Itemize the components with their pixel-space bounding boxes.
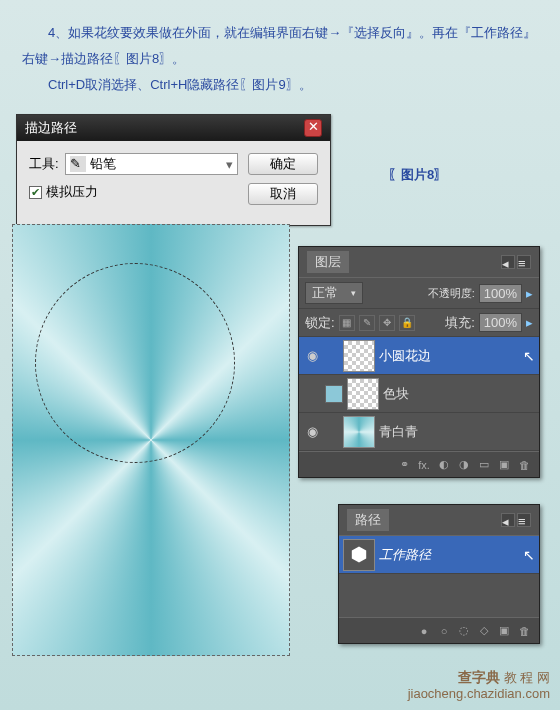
fill-label: 填充: [445,314,475,332]
tool-value: 铅笔 [90,155,116,173]
layers-tab-bar: 图层 ◂ ≡ [299,247,539,278]
cancel-button[interactable]: 取消 [248,183,318,205]
stroke-path-dialog: 描边路径 ✕ 工具: ✎ 铅笔 ✔ 模拟压力 确定 取消 [16,114,331,226]
instruction-line2: Ctrl+D取消选择、Ctrl+H隐藏路径〖图片9〗。 [22,72,538,98]
ok-button[interactable]: 确定 [248,153,318,175]
path-thumbnail[interactable] [343,539,375,571]
layers-panel: 图层 ◂ ≡ 正常 不透明度: 100% ▸ 锁定: ▦ ✎ ✥ 🔒 填充: 1… [298,246,540,478]
lock-position-icon[interactable]: ✥ [379,315,395,331]
watermark-url: jiaocheng.chazidian.com [408,686,550,701]
fx-icon[interactable]: fx. [415,456,433,474]
panel-menu-icon[interactable]: ≡ [517,513,531,527]
mask-icon[interactable]: ◐ [435,456,453,474]
layer-name-label: 色块 [383,385,535,403]
tool-select[interactable]: ✎ 铅笔 [65,153,238,175]
trash-icon[interactable]: 🗑 [515,456,533,474]
layer-row[interactable]: 色块 [299,375,539,413]
adjustment-icon[interactable]: ◑ [455,456,473,474]
paths-panel: 路径 ◂ ≡ 工作路径 ↖ ● ○ ◌ ◇ ▣ 🗑 [338,504,540,644]
watermark: 查字典 教 程 网 jiaocheng.chazidian.com [408,669,550,702]
watermark-brand: 查字典 [458,669,500,685]
watermark-sub: 教 程 网 [504,670,550,685]
layer-row[interactable]: ◉ 青白青 [299,413,539,451]
lock-pixels-icon[interactable]: ✎ [359,315,375,331]
dialog-body: 工具: ✎ 铅笔 ✔ 模拟压力 确定 取消 [17,141,330,225]
fill-path-icon[interactable]: ● [415,622,433,640]
layer-thumbnail[interactable] [347,378,379,410]
path-row[interactable]: 工作路径 ↖ [339,536,539,574]
opacity-label: 不透明度: [428,286,475,301]
dialog-title-text: 描边路径 [25,119,77,137]
lock-transparent-icon[interactable]: ▦ [339,315,355,331]
layer-row[interactable]: ◉ 小圆花边 ↖ [299,337,539,375]
path-name-label: 工作路径 [379,546,519,564]
new-path-icon[interactable]: ▣ [495,622,513,640]
layer-thumbnail[interactable] [343,340,375,372]
selection-to-path-icon[interactable]: ◇ [475,622,493,640]
opacity-input[interactable]: 100% [479,284,522,303]
path-to-selection-icon[interactable]: ◌ [455,622,473,640]
fill-arrow-icon[interactable]: ▸ [526,315,533,330]
visibility-icon[interactable]: ◉ [303,348,321,363]
opacity-arrow-icon[interactable]: ▸ [526,286,533,301]
layer-name-label: 小圆花边 [379,347,519,365]
paths-footer: ● ○ ◌ ◇ ▣ 🗑 [339,617,539,643]
canvas-area[interactable] [12,224,290,656]
circle-selection [35,263,235,463]
panel-menu-icon[interactable]: ≡ [517,255,531,269]
cursor-icon: ↖ [523,547,535,563]
paths-tab-bar: 路径 ◂ ≡ [339,505,539,536]
link-icon[interactable]: ⚭ [395,456,413,474]
cursor-icon: ↖ [523,348,535,364]
stroke-path-icon[interactable]: ○ [435,622,453,640]
layer-name-label: 青白青 [379,423,535,441]
layer-list: ◉ 小圆花边 ↖ 色块 ◉ 青白青 [299,337,539,451]
panel-collapse-icon[interactable]: ◂ [501,255,515,269]
blend-mode-select[interactable]: 正常 [305,282,363,304]
path-list: 工作路径 ↖ [339,536,539,574]
simulate-pressure-label: 模拟压力 [46,183,98,201]
layers-footer: ⚭ fx. ◐ ◑ ▭ ▣ 🗑 [299,451,539,477]
pencil-icon: ✎ [70,156,86,172]
new-layer-icon[interactable]: ▣ [495,456,513,474]
fill-input[interactable]: 100% [479,313,522,332]
paths-tab[interactable]: 路径 [347,509,389,531]
trash-icon[interactable]: 🗑 [515,622,533,640]
close-icon[interactable]: ✕ [304,119,322,137]
dialog-titlebar[interactable]: 描边路径 ✕ [17,115,330,141]
panel-collapse-icon[interactable]: ◂ [501,513,515,527]
lock-all-icon[interactable]: 🔒 [399,315,415,331]
visibility-icon[interactable]: ◉ [303,424,321,439]
layers-toolbar: 正常 不透明度: 100% ▸ [299,278,539,309]
group-icon[interactable]: ▭ [475,456,493,474]
figure8-label: 〖图片8〗 [388,166,447,184]
layer-color-swatch[interactable] [325,385,343,403]
instruction-text: 4、如果花纹要效果做在外面，就在编辑界面右键→『选择反向』。再在『工作路径』右键… [0,0,560,108]
tool-label: 工具: [29,155,59,173]
instruction-line1: 4、如果花纹要效果做在外面，就在编辑界面右键→『选择反向』。再在『工作路径』右键… [22,20,538,72]
layers-tab[interactable]: 图层 [307,251,349,273]
lock-toolbar: 锁定: ▦ ✎ ✥ 🔒 填充: 100% ▸ [299,309,539,337]
layer-thumbnail[interactable] [343,416,375,448]
lock-label: 锁定: [305,314,335,332]
simulate-pressure-checkbox[interactable]: ✔ [29,186,42,199]
